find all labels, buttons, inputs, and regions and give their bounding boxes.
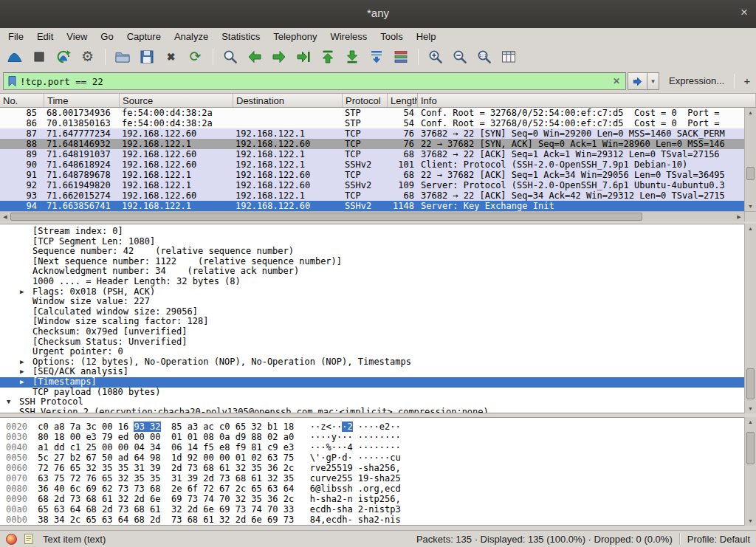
- detail-row[interactable]: Urgent pointer: 0: [0, 347, 744, 357]
- expander-icon[interactable]: ▶: [20, 357, 32, 368]
- go-last-icon[interactable]: [342, 47, 362, 66]
- detail-row[interactable]: [Next sequence number: 1122 (relative se…: [0, 257, 744, 267]
- expander-icon[interactable]: ▶: [20, 367, 32, 377]
- resize-columns-icon[interactable]: [498, 47, 518, 66]
- display-filter-input[interactable]: [20, 76, 611, 87]
- zoom-original-icon[interactable]: 1:1: [474, 47, 494, 66]
- hex-row[interactable]: 0040 a1 dd c1 25 00 00 04 34 06 14 f5 e8…: [6, 442, 744, 453]
- filter-input-field[interactable]: ✕: [3, 72, 626, 90]
- packet-row[interactable]: 9471.663856741192.168.122.1192.168.122.6…: [0, 201, 744, 211]
- go-back-icon[interactable]: [244, 47, 264, 66]
- capture-restart-icon[interactable]: [53, 47, 73, 66]
- column-header-time[interactable]: Time: [44, 94, 120, 107]
- column-header-info[interactable]: Info: [418, 94, 756, 107]
- detail-row[interactable]: Acknowledgment number: 34 (relative ack …: [0, 266, 744, 277]
- scroll-up-icon[interactable]: ▲: [745, 417, 756, 427]
- hex-row[interactable]: 0060 72 76 65 32 35 35 31 39 2d 73 68 61…: [6, 463, 744, 473]
- open-file-icon[interactable]: [112, 47, 132, 66]
- scroll-down-icon[interactable]: ▼: [745, 202, 756, 211]
- menu-view[interactable]: View: [60, 30, 94, 44]
- detail-row[interactable]: SSH Version 2 (encryption:chacha20-poly1…: [0, 407, 744, 413]
- hex-vscrollbar[interactable]: ▲ ▼: [744, 417, 756, 526]
- scroll-right-icon[interactable]: ▶: [734, 212, 744, 221]
- menu-statistics[interactable]: Statistics: [215, 30, 267, 44]
- detail-row[interactable]: [Window size scaling factor: 128]: [0, 317, 744, 327]
- expander-icon[interactable]: ▼: [7, 397, 19, 407]
- scroll-down-icon[interactable]: ▼: [745, 516, 756, 526]
- zoom-out-icon[interactable]: [450, 47, 470, 66]
- expert-info-icon[interactable]: [6, 534, 17, 545]
- profile-label[interactable]: Profile: Default: [687, 534, 750, 545]
- scroll-down-icon[interactable]: ▼: [745, 404, 756, 413]
- detail-row[interactable]: ▶Flags: 0x018 (PSH, ACK): [0, 287, 744, 297]
- packet-row[interactable]: 8871.648146932192.168.122.1192.168.122.6…: [0, 139, 744, 149]
- filter-history-caret[interactable]: ▾: [647, 72, 659, 90]
- packet-row[interactable]: 9171.648789678192.168.122.1192.168.122.6…: [0, 170, 744, 180]
- menu-go[interactable]: Go: [94, 30, 120, 44]
- reload-icon[interactable]: ⟳: [185, 47, 205, 66]
- detail-row[interactable]: 1000 .... = Header Length: 32 bytes (8): [0, 277, 744, 287]
- menu-telephony[interactable]: Telephony: [267, 30, 323, 44]
- apply-filter-button[interactable]: [628, 72, 647, 90]
- hscroll-thumb[interactable]: [10, 213, 642, 221]
- detail-row[interactable]: [Checksum Status: Unverified]: [0, 337, 744, 348]
- menu-wireless[interactable]: Wireless: [323, 30, 374, 44]
- packet-row[interactable]: 8568.001734936fe:54:00:d4:38:2aSTP54Conf…: [0, 108, 744, 118]
- auto-scroll-icon[interactable]: [366, 47, 386, 66]
- detail-row[interactable]: ▶[Timestamps]: [0, 377, 744, 388]
- scroll-up-icon[interactable]: ▲: [745, 224, 756, 233]
- expander-icon[interactable]: ▶: [20, 287, 32, 297]
- scroll-up-icon[interactable]: ▲: [745, 108, 756, 117]
- packet-list-scroll-thumb[interactable]: [746, 167, 755, 180]
- column-header-protocol[interactable]: Protocol: [343, 94, 388, 107]
- scroll-left-icon[interactable]: ◀: [0, 212, 10, 221]
- hex-scroll-thumb[interactable]: [746, 432, 755, 464]
- go-to-packet-icon[interactable]: [293, 47, 313, 66]
- column-header-length[interactable]: Length: [388, 94, 418, 107]
- column-header-source[interactable]: Source: [120, 94, 233, 107]
- capture-stop-icon[interactable]: [29, 47, 49, 66]
- menu-analyze[interactable]: Analyze: [168, 30, 215, 44]
- packet-row[interactable]: 9071.648618924192.168.122.60192.168.122.…: [0, 159, 744, 170]
- expression-button[interactable]: Expression...: [669, 69, 724, 93]
- column-header-no[interactable]: No.: [0, 94, 44, 107]
- hex-row[interactable]: 00a0 65 63 64 68 2d 73 68 61 32 2d 6e 69…: [6, 504, 744, 515]
- packet-row[interactable]: 8670.013850163fe:54:00:d4:38:2aSTP54Conf…: [0, 118, 744, 128]
- packet-row[interactable]: 9271.661949820192.168.122.1192.168.122.6…: [0, 180, 744, 190]
- detail-row[interactable]: [Calculated window size: 29056]: [0, 307, 744, 317]
- packet-row[interactable]: 9371.662015274192.168.122.60192.168.122.…: [0, 190, 744, 201]
- menu-capture[interactable]: Capture: [120, 30, 168, 44]
- menu-edit[interactable]: Edit: [30, 30, 60, 44]
- hex-row[interactable]: 00b0 38 34 2c 65 63 64 68 2d 73 68 61 32…: [6, 515, 744, 525]
- go-forward-icon[interactable]: [269, 47, 289, 66]
- close-window-icon[interactable]: ×: [740, 5, 748, 20]
- menu-tools[interactable]: Tools: [374, 30, 409, 44]
- packet-row[interactable]: 8971.648191037192.168.122.60192.168.122.…: [0, 149, 744, 159]
- detail-row[interactable]: ▶[SEQ/ACK analysis]: [0, 367, 744, 377]
- title-bar[interactable]: *any ×: [0, 0, 756, 28]
- column-header-destination[interactable]: Destination: [233, 94, 343, 107]
- hex-row[interactable]: 0080 36 40 6c 69 62 73 73 68 2e 6f 72 67…: [6, 484, 744, 494]
- hex-row[interactable]: 0070 63 75 72 76 65 32 35 35 31 39 2d 73…: [6, 473, 744, 484]
- detail-row[interactable]: [Stream index: 0]: [0, 227, 744, 237]
- go-first-icon[interactable]: [317, 47, 337, 66]
- capture-options-icon[interactable]: ⚙: [78, 47, 97, 66]
- hex-row[interactable]: 0020 c0 a8 7a 3c 00 16 93 32 85 a3 ac c0…: [6, 422, 744, 432]
- zoom-in-icon[interactable]: [425, 47, 445, 66]
- add-filter-button[interactable]: +: [740, 74, 754, 89]
- clear-filter-icon[interactable]: ✕: [611, 76, 622, 86]
- packet-list-hscrollbar[interactable]: ◀ ▶: [0, 211, 744, 221]
- hex-row[interactable]: 0050 5c 27 b2 67 50 ad 64 98 1d 92 00 00…: [6, 453, 744, 463]
- packet-list-vscrollbar[interactable]: ▲ ▼: [744, 108, 756, 211]
- menu-file[interactable]: File: [1, 30, 30, 44]
- find-packet-icon[interactable]: [220, 47, 240, 66]
- detail-row[interactable]: Window size value: 227: [0, 297, 744, 307]
- detail-row[interactable]: Sequence number: 42 (relative sequence n…: [0, 247, 744, 257]
- details-vscrollbar[interactable]: ▲ ▼: [744, 224, 756, 413]
- capture-start-icon[interactable]: [4, 47, 24, 66]
- hex-row[interactable]: 0090 68 2d 73 68 61 32 2d 6e 69 73 74 70…: [6, 494, 744, 504]
- bookmark-icon[interactable]: [7, 75, 20, 88]
- colorize-icon[interactable]: [391, 47, 410, 66]
- menu-help[interactable]: Help: [410, 30, 443, 44]
- detail-row[interactable]: [TCP Segment Len: 1080]: [0, 237, 744, 247]
